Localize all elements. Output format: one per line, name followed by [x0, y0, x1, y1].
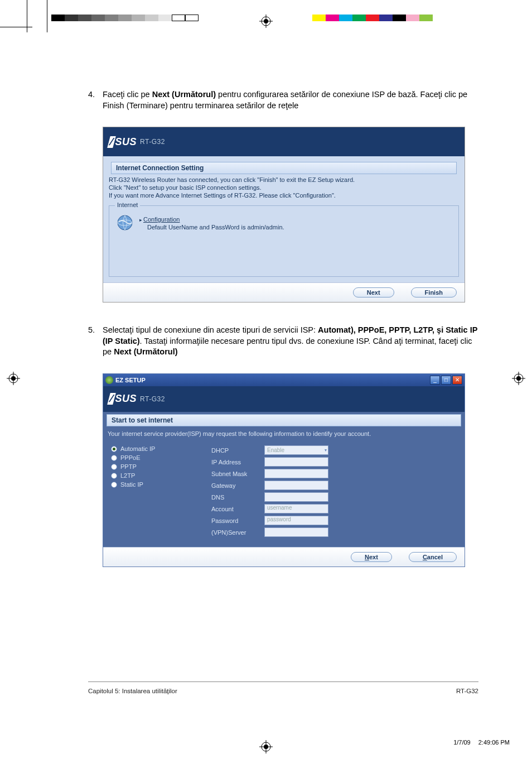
radio-icon [111, 446, 117, 452]
svg-point-4 [9, 374, 18, 383]
svg-point-16 [118, 215, 132, 230]
vpn-server-input[interactable] [264, 527, 328, 537]
arrow-icon: ▸ [139, 217, 142, 223]
field-label: (VPN)Server [211, 529, 264, 536]
svg-point-5 [11, 376, 16, 381]
radio-label: Static IP [120, 481, 143, 488]
btn-label: ancel [427, 554, 443, 560]
connection-type-radios: Automatic IP PPPoE PPTP L2TP Static IP [111, 443, 195, 539]
print-metadata: 1/7/09 2:49:06 PM [453, 739, 510, 746]
select-value: Enable [267, 447, 284, 453]
svg-point-0 [262, 17, 270, 26]
registration-icon [259, 15, 273, 28]
svg-point-12 [262, 742, 270, 751]
model-label: RT-G32 [140, 395, 165, 403]
footer-model: RT-G32 [456, 688, 478, 694]
radio-automatic-ip[interactable]: Automatic IP [111, 445, 195, 452]
app-header: /SUS RT-G32 [103, 386, 465, 412]
print-date: 1/7/09 [453, 739, 471, 746]
config-hint: Default UserName and PassWord is admin/a… [147, 224, 284, 231]
finish-button[interactable]: Finish [411, 287, 457, 297]
btn-label: ext [369, 554, 378, 560]
radio-pppoe[interactable]: PPPoE [111, 454, 195, 461]
radio-label: L2TP [120, 472, 135, 479]
svg-point-9 [516, 376, 521, 381]
field-label: Gateway [211, 482, 264, 489]
info-text: RT-G32 Wireless Router has connected, yo… [109, 176, 459, 183]
app-icon [105, 376, 113, 384]
page-footer: Capitolul 5: Instalarea utilităţilor RT-… [88, 681, 478, 694]
section-title: Start to set internet [107, 414, 461, 426]
gateway-input[interactable] [264, 481, 328, 490]
text: Faceţi clic pe [103, 90, 152, 99]
minimize-button[interactable]: _ [430, 376, 440, 385]
screenshot-internet-connection: /SUS RT-G32 Internet Connection Setting … [103, 127, 465, 303]
radio-pptp[interactable]: PPTP [111, 463, 195, 470]
globe-icon [116, 214, 134, 232]
app-header: /SUS RT-G32 [103, 127, 465, 156]
step-text: Faceţi clic pe Next (Următorul) pentru c… [103, 89, 478, 111]
registration-icon [7, 372, 20, 385]
account-input[interactable]: username [264, 504, 328, 513]
print-time: 2:49:06 PM [478, 739, 510, 746]
footer-chapter: Capitolul 5: Instalarea utilităţilor [88, 688, 177, 694]
gray-bars [51, 15, 199, 21]
text-bold: Next (Următorul) [114, 347, 177, 356]
window-titlebar: EZ SETUP _ □ ✕ [103, 374, 465, 386]
radio-label: PPPoE [120, 454, 140, 461]
dialog-footer: Next Cancel [103, 547, 465, 567]
svg-point-1 [264, 19, 268, 23]
instruction-step-4: 4. Faceţi clic pe Next (Următorul) pentr… [88, 89, 478, 111]
instruction-step-5: 5. Selectaţi tipul de conexiune din aces… [88, 325, 478, 358]
field-label: DNS [211, 494, 264, 501]
svg-point-13 [264, 745, 268, 749]
field-label: DHCP [211, 447, 264, 454]
close-button[interactable]: ✕ [452, 376, 462, 385]
radio-l2tp[interactable]: L2TP [111, 472, 195, 479]
svg-point-8 [514, 374, 523, 383]
next-button[interactable]: Next [351, 552, 392, 562]
radio-icon [111, 482, 117, 488]
dns-input[interactable] [264, 492, 328, 502]
registration-icon [512, 372, 525, 385]
dhcp-select[interactable]: Enable▾ [264, 445, 328, 455]
configuration-link[interactable]: Configuration [143, 216, 180, 223]
text: Selectaţi tipul de conexiune din aceste … [103, 325, 318, 334]
radio-icon [111, 473, 117, 479]
fieldset-legend: Internet [115, 201, 140, 208]
cancel-button[interactable]: Cancel [409, 552, 457, 562]
chevron-down-icon: ▾ [325, 448, 327, 453]
password-input[interactable]: password [264, 516, 328, 525]
dialog-footer: Next Finish [103, 282, 465, 302]
info-text: If you want more Advance Internet Settin… [109, 192, 459, 199]
radio-icon [111, 455, 117, 461]
field-label: Password [211, 517, 264, 524]
field-label: Subnet Mask [211, 471, 264, 477]
radio-icon [111, 464, 117, 470]
field-label: IP Address [211, 459, 264, 465]
step-number: 4. [88, 89, 103, 111]
maximize-button[interactable]: □ [441, 376, 451, 385]
internet-fieldset: Internet ▸Configuration Default UserName… [109, 205, 459, 277]
screenshot-ez-setup: EZ SETUP _ □ ✕ /SUS RT-G32 Start to set … [103, 373, 465, 567]
info-text: Your internet service provider(ISP) may … [108, 430, 460, 438]
model-label: RT-G32 [140, 138, 165, 146]
radio-label: PPTP [120, 463, 137, 470]
field-label: Account [211, 506, 264, 512]
color-bars [312, 15, 433, 21]
asus-logo: /SUS RT-G32 [109, 136, 165, 148]
text-bold: Next (Următorul) [152, 90, 216, 99]
window-title: EZ SETUP [115, 377, 146, 383]
info-text: Click "Next" to setup your basic ISP con… [109, 184, 459, 191]
step-number: 5. [88, 325, 103, 358]
radio-label: Automatic IP [120, 445, 155, 452]
asus-logo: /SUS RT-G32 [109, 393, 165, 405]
section-title: Internet Connection Setting [111, 162, 457, 174]
radio-static-ip[interactable]: Static IP [111, 481, 195, 488]
step-text: Selectaţi tipul de conexiune din aceste … [103, 325, 478, 358]
registration-icon [259, 740, 273, 753]
subnet-mask-input[interactable] [264, 469, 328, 478]
ip-address-input[interactable] [264, 457, 328, 467]
next-button[interactable]: Next [353, 287, 394, 297]
